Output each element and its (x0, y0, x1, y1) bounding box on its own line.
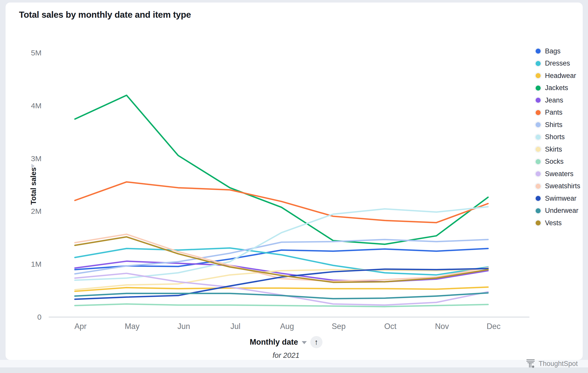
thoughtspot-logo-icon (526, 359, 535, 368)
series-line-underwear[interactable] (75, 293, 488, 299)
series-line-socks[interactable] (75, 304, 488, 306)
series-line-headwear[interactable] (75, 287, 488, 291)
series-line-shirts[interactable] (75, 240, 488, 274)
line-chart-canvas[interactable] (0, 0, 588, 373)
series-line-pants[interactable] (75, 182, 488, 223)
footer-band (0, 360, 588, 367)
series-line-bags[interactable] (75, 248, 488, 270)
brand-text: ThoughtSpot (539, 360, 578, 368)
brand: ThoughtSpot (526, 359, 578, 368)
bottom-strip (0, 367, 588, 373)
